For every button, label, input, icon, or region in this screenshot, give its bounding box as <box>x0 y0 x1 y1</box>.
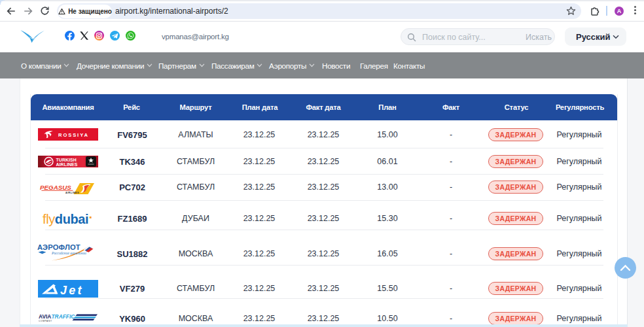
svg-text:Jet: Jet <box>60 284 84 297</box>
svg-text:AIRLINES: AIRLINES <box>65 192 79 194</box>
svg-text:Российские авиалинии: Российские авиалинии <box>51 251 86 255</box>
svg-text:TURKISH: TURKISH <box>56 158 77 162</box>
svg-text:AIRLINES: AIRLINES <box>56 162 78 167</box>
svg-text:АЭРОФЛОТ: АЭРОФЛОТ <box>37 243 80 251</box>
svg-text:AVIA: AVIA <box>39 313 51 320</box>
svg-text:COMPANY: COMPANY <box>39 320 52 322</box>
svg-text:ROSSIYA: ROSSIYA <box>58 132 89 138</box>
svg-text:PEGASUS: PEGASUS <box>40 184 71 191</box>
svg-text:TRAFFIC: TRAFFIC <box>52 313 76 320</box>
